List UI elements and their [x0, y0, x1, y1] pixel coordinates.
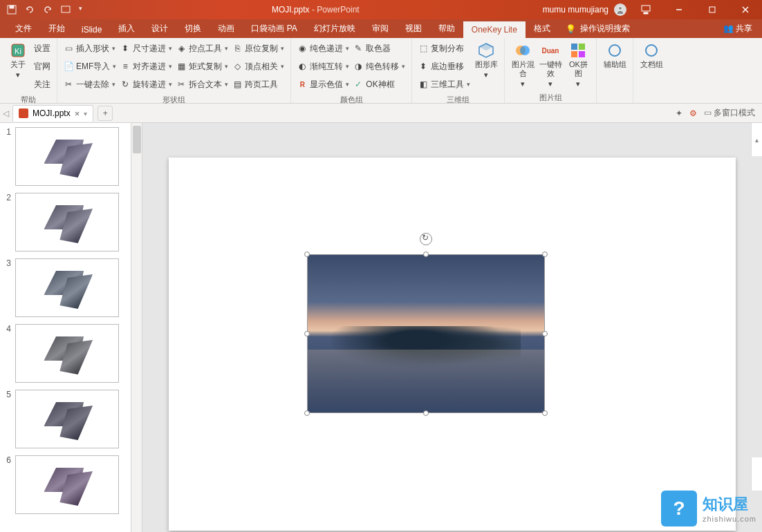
- doc-group-button[interactable]: 文档组: [638, 41, 665, 70]
- shape-lib-button[interactable]: 图形库 ▾: [472, 41, 500, 81]
- tab-help[interactable]: 帮助: [430, 19, 463, 38]
- close-button[interactable]: [732, 0, 759, 19]
- gradient-swap-button[interactable]: ◐渐纯互转▾: [295, 59, 351, 74]
- group-image: 图片混合▾ Duang 一键特效▾ OK拼图▾ 图片组: [505, 38, 597, 103]
- slideshow-icon[interactable]: [61, 5, 71, 15]
- resize-handle-br[interactable]: [542, 410, 548, 416]
- tab-format[interactable]: 格式: [526, 19, 559, 38]
- slide-canvas-area[interactable]: [142, 123, 762, 532]
- tell-me-search[interactable]: 💡 操作说明搜索: [559, 19, 637, 38]
- eraser-icon: ✂: [64, 79, 73, 89]
- about-button[interactable]: Ki 关于 ▾: [4, 41, 32, 81]
- pic-blend-button[interactable]: 图片混合▾: [509, 41, 537, 90]
- emf-import-button[interactable]: 📄EMF导入▾: [62, 59, 118, 74]
- magic-icon[interactable]: ✦: [676, 108, 682, 118]
- eyedropper-icon: ✎: [353, 44, 363, 53]
- eyedropper-button[interactable]: ✎取色器: [351, 41, 407, 56]
- tab-islide[interactable]: iSlide: [73, 21, 110, 38]
- slide-canvas[interactable]: [169, 158, 736, 531]
- follow-button[interactable]: 关注: [32, 77, 53, 92]
- tab-pocket[interactable]: 口袋动画 PA: [243, 19, 305, 38]
- tab-file[interactable]: 文件: [7, 19, 40, 38]
- copy-icon: ⎘: [232, 44, 242, 53]
- tab-view[interactable]: 视图: [397, 19, 430, 38]
- shift-icon: ⬍: [418, 61, 428, 71]
- resize-handle-mr[interactable]: [542, 331, 548, 336]
- nav-back-icon[interactable]: ◁: [3, 108, 12, 118]
- cross-tools-button[interactable]: ▤跨页工具: [230, 77, 286, 92]
- resize-handle-tm[interactable]: [423, 251, 429, 257]
- tab-transitions[interactable]: 切换: [176, 19, 210, 38]
- show-value-button[interactable]: R显示色值▾: [295, 77, 351, 92]
- slide-thumb-3[interactable]: 3: [3, 258, 128, 317]
- aux-group-button[interactable]: 辅助组: [601, 41, 629, 70]
- origin-copy-button[interactable]: ⎘原位复制▾: [230, 41, 286, 56]
- slide-thumb-2[interactable]: 2: [3, 193, 128, 251]
- check-icon: ✓: [353, 79, 363, 89]
- close-tab-icon[interactable]: ×: [75, 108, 80, 119]
- document-tab[interactable]: MOJI.pptx × ▾: [12, 105, 93, 122]
- one-remove-button[interactable]: ✂一键去除▾: [62, 77, 118, 92]
- tab-review[interactable]: 审阅: [364, 19, 397, 38]
- document-filename: MOJI.pptx: [272, 5, 310, 15]
- resize-handle-bl[interactable]: [304, 410, 310, 416]
- ribbon-options-icon[interactable]: [632, 0, 660, 19]
- insert-shape-button[interactable]: ▭插入形状▾: [62, 41, 118, 56]
- settings-button[interactable]: 设置: [32, 41, 53, 56]
- slide-thumb-1[interactable]: 1: [3, 127, 128, 186]
- rotate-handle[interactable]: [420, 233, 432, 245]
- resize-handle-ml[interactable]: [304, 331, 310, 336]
- multiwindow-button[interactable]: ▭ 多窗口模式: [704, 107, 755, 119]
- align-icon: ≡: [120, 61, 130, 71]
- restore-button[interactable]: [698, 0, 726, 19]
- slide-thumb-5[interactable]: 5: [3, 390, 128, 448]
- tab-slideshow[interactable]: 幻灯片放映: [306, 19, 364, 38]
- vertical-scrollbar-top[interactable]: [751, 123, 762, 156]
- svg-rect-2: [62, 6, 70, 12]
- slide-thumb-6[interactable]: 6: [3, 455, 128, 514]
- resize-handle-tr[interactable]: [542, 251, 548, 257]
- matrix-copy-button[interactable]: ▦矩式复制▾: [174, 59, 230, 74]
- copy-dist-button[interactable]: ⬚复制分布: [416, 41, 472, 56]
- tab-onekey[interactable]: OneKey Lite: [463, 21, 526, 38]
- user-avatar-icon[interactable]: [614, 3, 626, 16]
- redo-icon[interactable]: [43, 5, 53, 15]
- vertical-scrollbar-bottom[interactable]: [751, 457, 762, 491]
- add-tab-button[interactable]: +: [97, 106, 113, 121]
- circle-icon: [606, 42, 623, 59]
- tab-menu-icon[interactable]: ▾: [84, 110, 87, 117]
- resize-handle-tl[interactable]: [304, 251, 310, 257]
- slide-thumb-4[interactable]: 4: [3, 324, 128, 383]
- inserted-picture[interactable]: [307, 254, 545, 413]
- tab-insert[interactable]: 插入: [110, 19, 143, 38]
- svg-text:Ki: Ki: [15, 47, 21, 55]
- tab-animations[interactable]: 动画: [210, 19, 243, 38]
- bottom-shift-button[interactable]: ⬍底边垂移: [416, 59, 472, 74]
- watermark-title: 知识屋: [703, 494, 756, 515]
- pure-step-button[interactable]: ◉纯色递进▾: [295, 41, 351, 56]
- control-tools-button[interactable]: ◈控点工具▾: [174, 41, 230, 56]
- gear-icon[interactable]: ⚙: [689, 108, 697, 118]
- undo-icon[interactable]: [25, 5, 35, 15]
- tab-design[interactable]: 设计: [143, 19, 176, 38]
- pure-swap-button[interactable]: ◑纯色转移▾: [351, 59, 407, 74]
- vertex-button[interactable]: ◇顶点相关▾: [230, 59, 286, 74]
- split-text-button[interactable]: ✂拆合文本▾: [174, 77, 230, 92]
- ok-pin-button[interactable]: OK拼图▾: [564, 41, 592, 90]
- align-step-button[interactable]: ≡对齐递进▾: [118, 59, 174, 74]
- share-button[interactable]: 👥 共享: [714, 19, 762, 38]
- rotate-step-button[interactable]: ↻旋转递进▾: [118, 77, 174, 92]
- one-effect-button[interactable]: Duang 一键特效▾: [537, 41, 564, 90]
- size-step-button[interactable]: ⬍尺寸递进▾: [118, 41, 174, 56]
- thumbnail-scrollbar[interactable]: [131, 123, 142, 532]
- 3d-tools-button[interactable]: ◧三维工具▾: [416, 77, 472, 92]
- save-icon[interactable]: [7, 5, 17, 15]
- slide-thumbnail-panel[interactable]: 1 2 3 4 5 6: [0, 123, 131, 532]
- minimize-button[interactable]: [665, 0, 693, 19]
- qat-dropdown-icon[interactable]: ▾: [79, 5, 89, 15]
- tab-home[interactable]: 开始: [40, 19, 73, 38]
- official-button[interactable]: 官网: [32, 59, 53, 74]
- quick-access-toolbar: ▾: [0, 5, 89, 15]
- resize-handle-bm[interactable]: [423, 410, 429, 416]
- ok-frame-button[interactable]: ✓OK神框: [351, 77, 407, 92]
